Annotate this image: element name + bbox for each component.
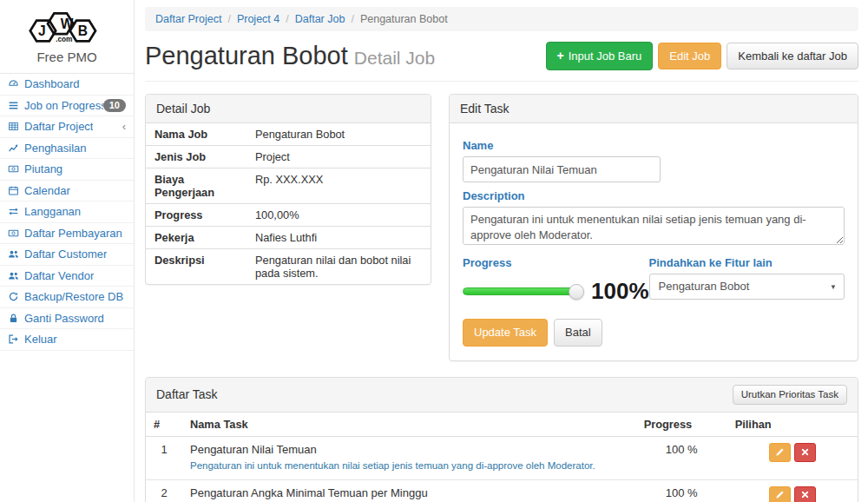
sidebar-item-dashboard[interactable]: Dashboard xyxy=(0,74,134,96)
page-title: Pengaturan Bobot xyxy=(145,42,348,69)
daftar-task-panel-heading: Daftar Task Urutkan Prioritas Task xyxy=(146,378,858,413)
tasks-icon xyxy=(8,100,24,111)
task-table-header-row: # Nama Task Progress Pilihan xyxy=(146,413,858,437)
sidebar-item-daftar-vendor[interactable]: Daftar Vendor xyxy=(0,266,134,287)
sidebar-item-piutang[interactable]: Piutang xyxy=(0,159,134,181)
calendar-icon xyxy=(8,185,24,196)
app-logo: W J B .com Free PMO xyxy=(0,0,134,74)
edit-task-row-button[interactable] xyxy=(769,486,791,502)
chevron-left-icon: ‹ xyxy=(122,120,126,133)
progress-label: Progress xyxy=(463,256,649,269)
page-title-group: Pengaturan BobotDetail Job xyxy=(145,42,435,70)
retweet-icon xyxy=(8,206,24,217)
sidebar-item-keluar[interactable]: Keluar xyxy=(0,329,134,351)
sidebar-item-penghasilan[interactable]: Penghasilan xyxy=(0,138,134,160)
update-task-button[interactable]: Update Task xyxy=(463,319,548,347)
breadcrumb-current: Pengaturan Bobot xyxy=(360,13,448,25)
line-chart-icon xyxy=(8,142,24,154)
breadcrumb: Daftar ProjectProject 4Daftar JobPengatu… xyxy=(145,7,858,31)
users-icon xyxy=(8,248,24,260)
description-label: Description xyxy=(463,189,845,202)
refresh-icon xyxy=(8,291,24,302)
move-feature-select[interactable]: Pengaturan Bobot xyxy=(649,274,845,300)
task-progress: 100 % xyxy=(636,479,727,502)
batal-button[interactable]: Batal xyxy=(554,319,602,347)
table-row: Progress 100,00% xyxy=(146,204,431,227)
job-count-badge: 10 xyxy=(103,99,126,112)
jwb-logo-icon: W J B .com xyxy=(27,7,107,45)
breadcrumb-separator xyxy=(279,13,294,25)
edit-task-panel-title: Edit Task xyxy=(450,95,858,123)
edit-task-row-button[interactable] xyxy=(769,443,791,462)
task-description-textarea[interactable]: Pengaturan ini untuk menentukan nilai se… xyxy=(463,207,845,245)
progress-move-row: Progress 100% Pindahkan ke Fitur lain xyxy=(463,249,845,305)
sign-out-icon xyxy=(8,334,24,345)
progress-percent-value: 100% xyxy=(591,278,649,305)
progress-slider-fill xyxy=(464,288,576,294)
edit-task-form: Name Description Pengaturan ini untuk me… xyxy=(450,123,858,360)
move-feature-label: Pindahkan ke Fitur lain xyxy=(649,256,845,269)
task-progress: 100 % xyxy=(636,437,727,479)
pencil-icon xyxy=(775,446,785,459)
page-subtitle: Detail Job xyxy=(354,48,435,68)
table-row: 1 Pengaturan Nilai Temuan Pengaturan ini… xyxy=(146,437,858,479)
users-icon xyxy=(8,270,24,281)
table-icon xyxy=(8,121,24,132)
breadcrumb-separator xyxy=(345,13,359,25)
task-name: Pengaturan Nilai Temuan xyxy=(190,443,628,456)
progress-slider[interactable] xyxy=(463,287,577,295)
sidebar-item-daftar-customer[interactable]: Daftar Customer xyxy=(0,244,134,266)
detail-job-panel: Detail Job Nama Job Pengaturan Bobot Jen… xyxy=(145,94,431,285)
delete-task-row-button[interactable] xyxy=(794,443,816,462)
breadcrumb-link-daftar-job[interactable]: Daftar Job xyxy=(295,13,345,25)
close-icon xyxy=(800,446,810,459)
brand-name: Free PMO xyxy=(0,50,134,64)
task-description: Pengaturan ini untuk menentukan nilai se… xyxy=(190,459,628,473)
progress-slider-handle[interactable] xyxy=(569,284,584,300)
delete-task-row-button[interactable] xyxy=(794,486,816,502)
edit-task-buttons: Update Task Batal xyxy=(463,319,845,347)
sidebar-item-calendar[interactable]: Calendar xyxy=(0,181,134,202)
edit-task-panel: Edit Task Name Description Pengaturan in… xyxy=(449,94,858,361)
dashboard-icon xyxy=(8,78,24,89)
column-header-num: # xyxy=(146,413,182,437)
table-row: Biaya Pengerjaan Rp. XXX.XXX xyxy=(146,168,431,204)
table-row: Pekerja Nafies Luthfi xyxy=(146,227,431,249)
page-header: Pengaturan BobotDetail Job Input Job Bar… xyxy=(145,38,858,82)
sidebar-item-daftar-pembayaran[interactable]: Daftar Pembayaran xyxy=(0,223,134,245)
svg-text:W: W xyxy=(61,17,74,31)
detail-job-table: Nama Job Pengaturan Bobot Jenis Job Proj… xyxy=(146,123,431,284)
plus-icon xyxy=(557,49,564,63)
name-label: Name xyxy=(463,139,845,152)
urutkan-prioritas-task-button-top[interactable]: Urutkan Prioritas Task xyxy=(733,385,847,406)
kembali-ke-daftar-job-button[interactable]: Kembali ke daftar Job xyxy=(727,43,858,70)
edit-job-button[interactable]: Edit Job xyxy=(658,43,721,70)
sidebar: W J B .com Free PMO Dashboard Job on Pro… xyxy=(0,0,135,502)
header-buttons: Input Job Baru Edit Job Kembali ke dafta… xyxy=(546,42,858,70)
breadcrumb-separator xyxy=(221,13,236,25)
svg-text:B: B xyxy=(78,23,88,38)
sidebar-item-ganti-password[interactable]: Ganti Password xyxy=(0,308,134,330)
lock-icon xyxy=(8,313,24,324)
task-actions xyxy=(769,443,816,462)
sidebar-item-job-on-progress[interactable]: Job on Progress 10 xyxy=(0,96,134,117)
main-content: Daftar ProjectProject 4Daftar JobPengatu… xyxy=(135,0,868,502)
input-job-baru-button[interactable]: Input Job Baru xyxy=(546,42,654,70)
sidebar-item-backup-restore-db[interactable]: Backup/Restore DB xyxy=(0,287,134,308)
table-row: Jenis Job Project xyxy=(146,146,431,168)
progress-column: Progress 100% xyxy=(463,249,649,305)
progress-slider-line: 100% xyxy=(463,278,649,305)
column-header-pilihan: Pilihan xyxy=(727,413,858,437)
task-name: Pengaturan Angka Minimal Temuan per Ming… xyxy=(190,486,628,499)
breadcrumb-link-project-4[interactable]: Project 4 xyxy=(237,13,279,25)
sidebar-item-daftar-project[interactable]: Daftar Project ‹ xyxy=(0,116,134,138)
breadcrumb-link-daftar-project[interactable]: Daftar Project xyxy=(155,13,221,25)
pencil-icon xyxy=(775,489,785,502)
money-icon xyxy=(8,163,24,175)
table-row: Nama Job Pengaturan Bobot xyxy=(146,123,431,146)
task-table: # Nama Task Progress Pilihan 1 Pengatura… xyxy=(146,413,858,502)
sidebar-item-langganan[interactable]: Langganan xyxy=(0,201,134,223)
task-name-input[interactable] xyxy=(463,156,661,182)
column-header-nama-task: Nama Task xyxy=(182,413,636,437)
column-header-progress: Progress xyxy=(636,413,727,437)
